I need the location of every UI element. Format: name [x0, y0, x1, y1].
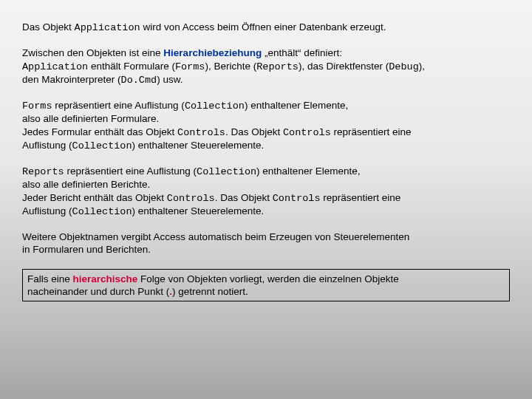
text: enthält Formulare (: [88, 61, 175, 72]
paragraph-2: Zwischen den Objekten ist eine Hierarchi…: [22, 47, 510, 86]
text: nacheinander und durch Punkt (: [27, 286, 169, 297]
text: ) enthaltener Steuerelemente.: [132, 140, 265, 151]
code-application: Application: [75, 22, 140, 33]
text: Jeder Bericht enthält das Objekt: [22, 192, 167, 203]
code-debug: Debug: [389, 61, 419, 72]
text: Auflistung (: [22, 140, 72, 151]
text: also alle definierten Berichte.: [22, 179, 150, 190]
text: Auflistung (: [22, 205, 72, 216]
text: Zwischen den Objekten ist eine: [22, 47, 163, 58]
text: wird von Access beim Öffnen einer Datenb…: [140, 21, 386, 33]
code-controls: Controls: [283, 127, 331, 138]
text: repräsentiert eine: [321, 192, 401, 203]
text: also alle definierten Formulare.: [22, 113, 159, 124]
text: Folge von Objekten vorliegt, werden die …: [137, 273, 398, 284]
text: in Formularen und Berichten.: [22, 244, 151, 255]
code-reports: Reports: [22, 166, 64, 177]
code-collection: Collection: [197, 166, 256, 177]
code-collection: Collection: [185, 100, 245, 112]
text: Falls eine: [27, 273, 73, 284]
code-controls: Controls: [273, 193, 321, 204]
text: ) enthaltener Elemente,: [245, 100, 348, 111]
code-forms: Forms: [22, 100, 52, 112]
code-docmd: Do.Cmd: [121, 75, 157, 86]
paragraph-5: Weitere Objektnamen vergibt Access autom…: [22, 231, 510, 256]
code-application: Application: [22, 61, 88, 72]
code-collection: Collection: [72, 140, 132, 151]
code-reports: Reports: [256, 61, 299, 72]
text: ) enthaltener Steuerelemente.: [132, 205, 265, 216]
paragraph-4: Reports repräsentiert eine Auflistung (C…: [22, 165, 510, 218]
text: den Makrointerpreter (: [22, 74, 121, 85]
paragraph-1: Das Objekt Application wird von Access b…: [22, 21, 510, 34]
text: . Das Objekt: [215, 192, 273, 203]
text: repräsentiert eine Auflistung (: [52, 100, 185, 111]
text: repräsentiert eine: [331, 126, 412, 137]
term-hierarchy: Hierarchiebeziehung: [163, 47, 262, 58]
text: ) enthaltener Elemente,: [256, 166, 360, 177]
code-controls: Controls: [177, 127, 225, 138]
text: Weitere Objektnamen vergibt Access autom…: [22, 231, 409, 242]
text: „enthält“ definiert:: [262, 47, 342, 58]
note-box: Falls eine hierarchische Folge von Objek…: [22, 269, 510, 302]
text: Das Objekt: [22, 21, 75, 33]
code-forms: Forms: [175, 61, 205, 72]
code-collection: Collection: [72, 206, 132, 217]
text: repräsentiert eine Auflistung (: [64, 166, 197, 177]
text: ) usw.: [157, 74, 183, 85]
text: Jedes Formular enthält das Objekt: [22, 126, 177, 137]
text: ),: [419, 61, 425, 72]
text: ), das Direktfenster (: [299, 61, 389, 72]
text: ), Berichte (: [205, 61, 256, 72]
code-controls: Controls: [167, 193, 215, 204]
text: . Das Objekt: [225, 126, 283, 137]
paragraph-3: Forms repräsentiert eine Auflistung (Col…: [22, 99, 510, 152]
text: ) getrennt notiert.: [172, 286, 248, 297]
term-hierarchical: hierarchische: [73, 273, 138, 284]
